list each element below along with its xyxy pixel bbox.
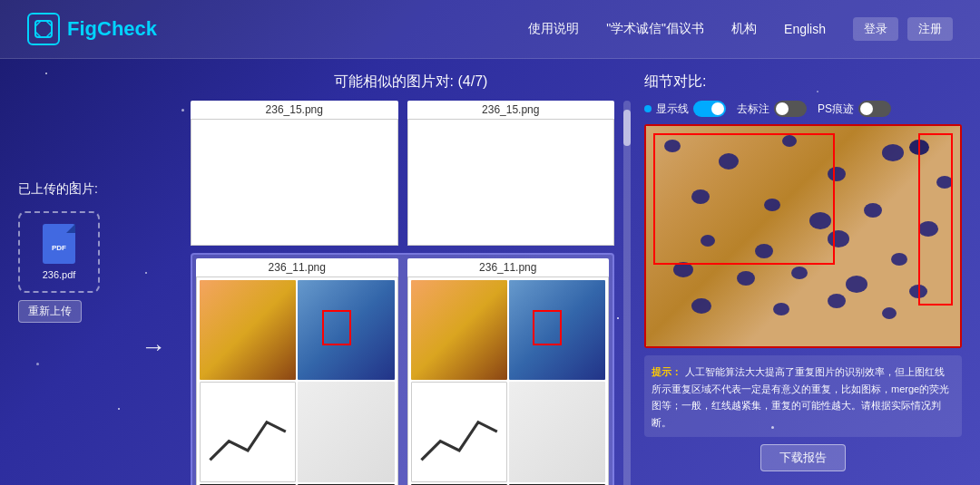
showlines-dot (644, 105, 652, 112)
pair-right-1[interactable]: 236_15.png (407, 101, 615, 246)
pstrace-toggle[interactable] (858, 101, 891, 117)
fig-cell-blue1 (298, 280, 394, 380)
pair-left-1[interactable]: 236_15.png (191, 101, 398, 246)
pair-row-2[interactable]: 236_11.png (191, 253, 614, 485)
logo-icon (27, 13, 60, 45)
file-icon: PDF (43, 224, 75, 264)
nav-institution[interactable]: 机构 (731, 21, 757, 37)
showlines-label: 显示线 (656, 102, 689, 117)
pstrace-label: PS痕迹 (818, 102, 854, 117)
arrow-icon: → (141, 333, 166, 362)
microscope-bg (646, 126, 960, 346)
nav-integrity[interactable]: "学术诚信"倡议书 (606, 21, 704, 37)
controls: 显示线 去标注 PS痕迹 (644, 101, 962, 117)
control-removemark: 去标注 (737, 101, 807, 117)
pair-name-right-1: 236_15.png (407, 101, 615, 119)
hint-label: 提示： (652, 366, 681, 377)
fig-cell-flow2 (509, 382, 605, 481)
nav: 使用说明 "学术诚信"倡议书 机构 English (528, 21, 826, 37)
pair-image-right-2 (407, 276, 610, 485)
download-button[interactable]: 下载报告 (760, 444, 846, 471)
pair-row-1: 236_15.png 236_15.png (191, 101, 614, 246)
detail-image (644, 124, 962, 348)
pair-image-left-2 (196, 276, 398, 485)
center-title: 可能相似的图片对: (4/7) (191, 73, 631, 92)
main-content: 已上传的图片: PDF 236.pdf 重新上传 → 可能相似的图片对: (4/… (0, 59, 980, 485)
pair-image-right-1 (407, 119, 615, 246)
uploaded-label: 已上传的图片: (18, 181, 98, 198)
arrow-container: → (141, 73, 177, 471)
reupload-button[interactable]: 重新上传 (18, 300, 82, 323)
scrollbar-thumb[interactable] (623, 110, 631, 146)
register-button[interactable]: 注册 (907, 17, 953, 41)
hint-text: 人工智能算法大大提高了重复图片的识别效率，但上图红线所示重复区域不代表一定是有意… (652, 366, 949, 428)
file-box: PDF 236.pdf (18, 211, 100, 293)
logo-text: FigCheck (67, 17, 157, 41)
removemark-label: 去标注 (737, 102, 769, 117)
pair-name-left-2: 236_11.png (196, 258, 398, 276)
removemark-toggle[interactable] (774, 101, 807, 117)
fig-cell-chart1 (200, 382, 296, 481)
pair-image-left-1 (191, 119, 398, 246)
left-panel: 已上传的图片: PDF 236.pdf 重新上传 (18, 73, 127, 471)
nav-instructions[interactable]: 使用说明 (528, 21, 579, 37)
figure-mock-left (197, 277, 397, 485)
pair-left-2[interactable]: 236_11.png (196, 258, 398, 485)
nav-english[interactable]: English (784, 22, 826, 36)
right-title: 细节对比: (644, 73, 962, 92)
figure-mock-right (408, 277, 609, 485)
showlines-toggle[interactable] (693, 101, 726, 117)
pair-right-2[interactable]: 236_11.png (407, 258, 610, 485)
center-panel: 可能相似的图片对: (4/7) 236_15.png 236_15.png (191, 73, 631, 471)
pair-name-left-1: 236_15.png (191, 101, 398, 119)
fig-cell-orange2 (411, 280, 507, 380)
file-name: 236.pdf (43, 269, 76, 280)
pairs-container: 236_15.png 236_15.png 236_11.png (191, 101, 631, 485)
fig-cell-flow1 (298, 382, 394, 481)
fig-cell-chart2 (411, 382, 507, 481)
pairs-list: 236_15.png 236_15.png 236_11.png (191, 101, 614, 485)
control-pstrace: PS痕迹 (818, 101, 891, 117)
login-button[interactable]: 登录 (853, 17, 898, 41)
nav-right: 登录 注册 (853, 17, 953, 41)
fig-cell-orange1 (200, 280, 296, 380)
red-box-left (653, 133, 835, 265)
hint-box: 提示： 人工智能算法大大提高了重复图片的识别效率，但上图红线所示重复区域不代表一… (644, 355, 962, 437)
control-showlines: 显示线 (644, 101, 726, 117)
fig-cell-blue2 (509, 280, 605, 380)
pair-name-right-2: 236_11.png (407, 258, 610, 276)
header: FigCheck 使用说明 "学术诚信"倡议书 机构 English 登录 注册 (0, 0, 980, 59)
logo: FigCheck (27, 13, 528, 45)
red-box-right (918, 133, 953, 306)
file-tag: PDF (52, 244, 66, 252)
right-panel: 细节对比: 显示线 去标注 PS痕迹 (644, 73, 962, 471)
scrollbar[interactable] (623, 101, 631, 485)
